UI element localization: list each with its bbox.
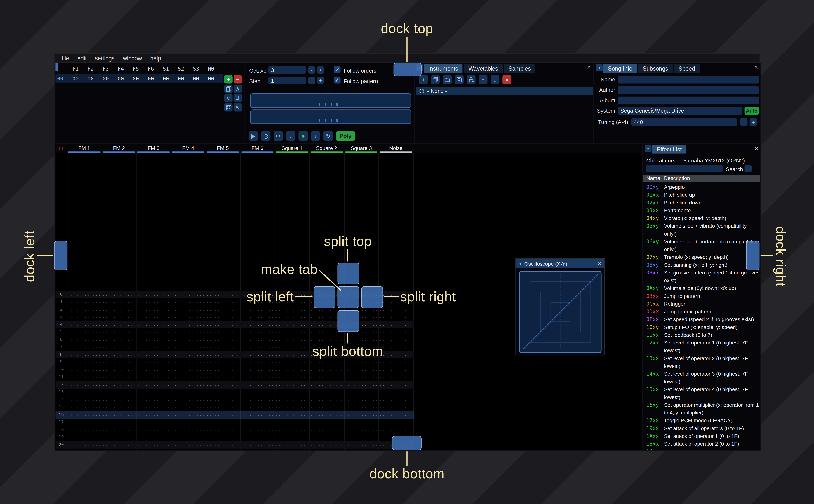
pattern-cell[interactable]: ... .. .. .... <box>136 313 171 321</box>
pattern-cell[interactable]: ... .. .. .... <box>309 426 344 433</box>
pattern-cell[interactable]: ... .. .. .... <box>136 343 171 351</box>
piano-keyboard-lower[interactable] <box>250 109 411 124</box>
pattern-row-16[interactable]: 16... .. .. ....... .. .. ....... .. .. … <box>55 411 414 419</box>
delete-instrument-button[interactable]: × <box>503 75 511 84</box>
pattern-cell[interactable]: ... .. .. .... <box>309 441 344 449</box>
pattern-row-4[interactable]: 4... .. .. ....... .. .. ....... .. .. .… <box>55 321 414 328</box>
effect-row-00xy[interactable]: 00xyArpeggio <box>643 183 760 191</box>
pattern-cell[interactable]: ... .. .. .... <box>240 328 275 336</box>
pattern-cell[interactable]: ... .. .. .... <box>102 366 136 373</box>
pattern-cell[interactable]: ... .. .. .... <box>205 396 240 403</box>
pattern-cell[interactable]: ... .. .. .... <box>344 403 378 411</box>
split-top-target[interactable] <box>337 263 359 284</box>
pattern-cell[interactable]: ... .. .. .... <box>205 449 240 450</box>
effect-row-04xy[interactable]: 04xyVibrato (x: speed; y: depth) <box>643 214 760 222</box>
field-input-album[interactable] <box>618 97 759 104</box>
pattern-cell[interactable]: ... .. .. .... <box>344 388 378 396</box>
pattern-cell[interactable]: ... .. .. .... <box>205 343 240 351</box>
pattern-cell[interactable]: ... .. .. .... <box>205 426 240 433</box>
order-cell[interactable]: 00 <box>83 76 98 81</box>
pattern-cell[interactable]: ... .. .. .... <box>309 336 344 343</box>
pattern-cell[interactable]: ... .. .. .... <box>102 373 136 381</box>
open-instrument-button[interactable] <box>443 75 452 84</box>
pattern-row-17[interactable]: 17... .. .. ....... .. .. ....... .. .. … <box>55 418 414 426</box>
pattern-cell[interactable]: ... .. .. .... <box>102 418 136 426</box>
pattern-cell[interactable]: ... .. .. .... <box>309 358 344 366</box>
pattern-cell[interactable]: ... .. .. .... <box>136 306 171 313</box>
pattern-cell[interactable]: ... .. .. .... <box>205 306 240 313</box>
order-cell[interactable]: 00 <box>128 76 143 81</box>
metronome-button[interactable]: ♪ <box>311 131 320 141</box>
pattern-cell[interactable]: ... .. .. .... <box>309 418 344 426</box>
pattern-cell[interactable]: ... .. .. .... <box>344 433 378 441</box>
pattern-cell[interactable]: ... .. .. .... <box>275 449 309 450</box>
oscilloscope-window[interactable]: ▼ Oscilloscope (X-Y) × <box>515 258 605 356</box>
pattern-row-3[interactable]: 3... .. .. ....... .. .. ....... .. .. .… <box>55 313 414 321</box>
pattern-cell[interactable]: ... .. .. .... <box>171 313 205 321</box>
pattern-row-0[interactable]: 0... .. .. ....... .. .. ....... .. .. .… <box>55 291 414 298</box>
pattern-cell[interactable]: ... .. .. .... <box>378 351 413 358</box>
oscilloscope-titlebar[interactable]: ▼ Oscilloscope (X-Y) × <box>516 259 605 268</box>
pattern-cell[interactable]: ... .. .. .... <box>240 449 275 450</box>
pattern-cell[interactable]: ... .. .. .... <box>136 388 171 396</box>
pattern-cell[interactable]: ... .. .. .... <box>240 388 275 396</box>
pattern-cell[interactable]: ... .. .. .... <box>309 396 344 403</box>
pattern-cell[interactable]: ... .. .. .... <box>275 418 309 426</box>
pattern-cell[interactable]: ... .. .. .... <box>171 351 205 358</box>
pattern-cell[interactable]: ... .. .. .... <box>67 411 102 419</box>
pattern-cell[interactable]: ... .. .. .... <box>136 418 171 426</box>
pattern-cell[interactable]: ... .. .. .... <box>344 373 378 381</box>
order-column-f4[interactable]: F4 <box>113 66 128 72</box>
pattern-cell[interactable]: ... .. .. .... <box>378 411 413 419</box>
pattern-cell[interactable]: ... .. .. .... <box>171 343 205 351</box>
pattern-cell[interactable]: ... .. .. .... <box>171 388 205 396</box>
pattern-cell[interactable]: ... .. .. .... <box>344 411 378 419</box>
pattern-cell[interactable]: ... .. .. .... <box>67 321 102 328</box>
pattern-cell[interactable]: ... .. .. .... <box>171 418 205 426</box>
pattern-cell[interactable]: ... .. .. .... <box>171 291 205 298</box>
play-from-cursor-button[interactable]: ↦ <box>273 131 283 141</box>
pattern-cell[interactable]: ... .. .. .... <box>102 449 136 450</box>
pattern-cell[interactable]: ... .. .. .... <box>67 403 102 411</box>
order-cell[interactable]: 00 <box>158 76 173 81</box>
pattern-row-9[interactable]: 9... .. .. ....... .. .. ....... .. .. .… <box>55 358 414 366</box>
pattern-row-19[interactable]: 19... .. .. ....... .. .. ....... .. .. … <box>55 433 414 441</box>
pattern-cell[interactable]: ... .. .. .... <box>309 403 344 411</box>
pattern-cell[interactable]: ... .. .. .... <box>102 403 136 411</box>
move-order-up-button[interactable]: ∧ <box>233 85 242 93</box>
pattern-cell[interactable]: ... .. .. .... <box>205 388 240 396</box>
pattern-cell[interactable]: ... .. .. .... <box>275 381 309 388</box>
pattern-cell[interactable]: ... .. .. .... <box>378 358 413 366</box>
order-column-n0[interactable]: N0 <box>203 66 219 72</box>
pattern-cell[interactable]: ... .. .. .... <box>171 298 205 306</box>
pattern-cell[interactable]: ... .. .. .... <box>275 388 309 396</box>
effect-row-0Bxx[interactable]: 0BxxJump to pattern <box>643 292 760 300</box>
effect-list-menu-button[interactable]: ≡ <box>745 165 752 172</box>
move-order-down-button[interactable]: ∨ <box>224 94 233 102</box>
pattern-cell[interactable]: ... .. .. .... <box>67 328 102 336</box>
pattern-cell[interactable]: ... .. .. .... <box>344 426 378 433</box>
pattern-cell[interactable]: ... .. .. .... <box>275 336 309 343</box>
pattern-cell[interactable]: ... .. .. .... <box>378 396 413 403</box>
octave-decrease-button[interactable]: - <box>308 66 315 74</box>
pattern-cell[interactable]: ... .. .. .... <box>205 411 240 419</box>
pattern-cell[interactable]: ... .. .. .... <box>344 396 378 403</box>
pattern-cell[interactable]: ... .. .. .... <box>136 411 171 419</box>
pattern-cell[interactable]: ... .. .. .... <box>275 403 309 411</box>
pattern-row-11[interactable]: 11... .. .. ....... .. .. ....... .. .. … <box>55 373 414 381</box>
effect-row-1Cxx[interactable]: 1CxxSet attack of operator 3 (0 to 1F) <box>643 448 760 450</box>
close-effect-list-button[interactable]: × <box>753 145 760 152</box>
move-instrument-down-button[interactable]: ↓ <box>491 75 499 84</box>
pattern-cell[interactable]: ... .. .. .... <box>240 411 275 419</box>
order-column-f6[interactable]: F6 <box>143 66 158 72</box>
pattern-cell[interactable]: ... .. .. .... <box>378 403 413 411</box>
duplicate-order-button[interactable] <box>224 85 233 93</box>
order-cell[interactable]: 00 <box>188 76 203 81</box>
pattern-row-13[interactable]: 13... .. .. ....... .. .. ....... .. .. … <box>55 388 414 396</box>
pattern-row-10[interactable]: 10... .. .. ....... .. .. ....... .. .. … <box>55 366 414 373</box>
pattern-cell[interactable]: ... .. .. .... <box>67 373 102 381</box>
pattern-cell[interactable]: ... .. .. .... <box>275 351 309 358</box>
play-button[interactable]: ▶ <box>249 131 258 141</box>
pattern-cell[interactable]: ... .. .. .... <box>205 366 240 373</box>
pattern-cell[interactable]: ... .. .. .... <box>67 381 102 388</box>
